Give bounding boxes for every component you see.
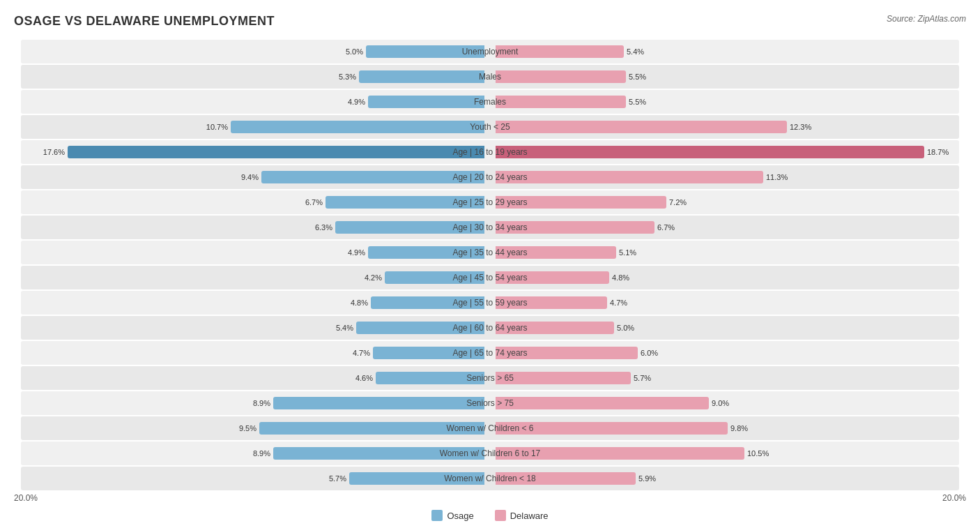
left-bar-area: 4.9%	[21, 96, 490, 108]
right-bar-area: 5.0%	[490, 322, 959, 334]
left-value: 4.9%	[340, 248, 365, 257]
right-bar-area: 5.1%	[490, 246, 959, 259]
blue-bar	[371, 296, 484, 309]
pink-bar	[496, 70, 626, 83]
axis-right: 20.0%	[490, 493, 966, 503]
blue-bar	[368, 246, 484, 259]
bar-row: 9.4%Age | 20 to 24 years11.3%	[21, 165, 959, 189]
left-bar-area: 4.2%	[21, 271, 490, 284]
left-bar-area: 4.8%	[21, 296, 490, 309]
right-value: 4.8%	[612, 273, 637, 282]
right-bar-area: 5.5%	[490, 70, 959, 83]
right-bar-area: 5.7%	[490, 372, 959, 384]
blue-bar	[385, 271, 484, 284]
pink-bar	[496, 96, 626, 108]
blue-bar	[356, 322, 484, 334]
chart-body: 5.0%Unemployment5.4%5.3%Males5.5%4.9%Fem…	[14, 40, 966, 490]
bar-row: 8.9%Women w/ Children 6 to 1710.5%	[21, 442, 959, 465]
left-value: 4.9%	[340, 98, 365, 106]
right-bar-area: 18.7%	[490, 146, 959, 158]
blue-bar	[261, 171, 484, 183]
bar-row: 4.6%Seniors > 655.7%	[21, 366, 959, 390]
right-value: 5.4%	[627, 47, 652, 56]
right-value: 5.7%	[634, 374, 659, 382]
axis-right-label: 20.0%	[942, 493, 966, 503]
blue-bar	[273, 397, 484, 409]
pink-bar	[496, 397, 709, 409]
bar-row: 4.7%Age | 65 to 74 years6.0%	[21, 341, 959, 365]
legend-osage-label: Osage	[447, 511, 473, 521]
right-value: 5.5%	[629, 73, 654, 81]
right-bar-area: 5.9%	[490, 472, 959, 485]
left-bar-area: 6.3%	[21, 221, 490, 234]
pink-bar	[496, 472, 636, 485]
left-value: 17.6%	[40, 148, 65, 156]
right-value: 6.7%	[657, 223, 682, 232]
pink-bar	[496, 296, 607, 309]
blue-bar	[68, 146, 484, 158]
right-value: 11.3%	[766, 173, 791, 181]
pink-bar	[496, 146, 924, 158]
chart-container: OSAGE VS DELAWARE UNEMPLOYMENT Source: Z…	[14, 14, 966, 521]
left-bar-area: 10.7%	[21, 121, 490, 133]
right-bar-area: 6.0%	[490, 347, 959, 359]
left-value: 4.8%	[343, 299, 368, 307]
right-bar-area: 4.8%	[490, 271, 959, 284]
blue-bar	[373, 347, 484, 359]
right-value: 6.0%	[641, 349, 666, 357]
right-bar-area: 10.5%	[490, 447, 959, 460]
pink-bar	[496, 246, 616, 259]
right-bar-area: 9.0%	[490, 397, 959, 409]
left-value: 5.3%	[331, 73, 356, 81]
bar-row: 4.2%Age | 45 to 54 years4.8%	[21, 266, 959, 289]
right-value: 5.9%	[638, 474, 664, 483]
left-bar-area: 5.7%	[21, 472, 490, 485]
pink-bar	[496, 322, 614, 334]
axis-row: 20.0% 20.0%	[14, 493, 966, 503]
blue-bar	[273, 447, 484, 460]
right-value: 12.3%	[790, 123, 815, 131]
bar-row: 5.7%Women w/ Children < 185.9%	[21, 467, 959, 490]
left-bar-area: 4.6%	[21, 372, 490, 384]
left-bar-area: 17.6%	[21, 146, 490, 158]
blue-bar	[368, 96, 484, 108]
bar-row: 9.5%Women w/ Children < 69.8%	[21, 416, 959, 440]
left-value: 8.9%	[245, 449, 270, 458]
left-bar-area: 4.9%	[21, 246, 490, 259]
right-bar-area: 12.3%	[490, 121, 959, 133]
right-value: 9.0%	[712, 399, 737, 407]
axis-left-label: 20.0%	[14, 493, 38, 503]
chart-source: Source: ZipAtlas.com	[887, 14, 966, 24]
blue-bar	[326, 196, 484, 209]
legend-delaware-label: Delaware	[510, 511, 549, 521]
right-value: 18.7%	[927, 148, 952, 156]
legend-osage: Osage	[431, 510, 473, 521]
left-value: 5.7%	[321, 474, 346, 483]
bar-row: 6.3%Age | 30 to 34 years6.7%	[21, 216, 959, 239]
pink-bar	[496, 45, 624, 58]
right-bar-area: 9.8%	[490, 422, 959, 435]
right-value: 4.7%	[610, 299, 635, 307]
left-value: 4.7%	[345, 349, 370, 357]
bar-row: 17.6%Age | 16 to 19 years18.7%	[21, 140, 959, 164]
left-value: 5.0%	[338, 47, 363, 56]
left-bar-area: 5.3%	[21, 70, 490, 83]
blue-bar	[259, 422, 484, 435]
right-bar-area: 5.5%	[490, 96, 959, 108]
left-value: 4.6%	[348, 374, 373, 382]
left-value: 4.2%	[357, 273, 382, 282]
blue-bar	[366, 45, 484, 58]
left-value: 10.7%	[203, 123, 228, 131]
left-bar-area: 5.4%	[21, 322, 490, 334]
legend-osage-box	[431, 510, 443, 521]
left-bar-area: 8.9%	[21, 447, 490, 460]
bar-row: 4.9%Age | 35 to 44 years5.1%	[21, 241, 959, 264]
left-value: 9.5%	[231, 424, 257, 432]
blue-bar	[376, 372, 484, 384]
axis-left: 20.0%	[14, 493, 490, 503]
legend-delaware: Delaware	[495, 510, 549, 521]
pink-bar	[496, 221, 654, 234]
right-value: 5.0%	[617, 324, 642, 332]
blue-bar	[349, 472, 484, 485]
pink-bar	[496, 121, 787, 133]
